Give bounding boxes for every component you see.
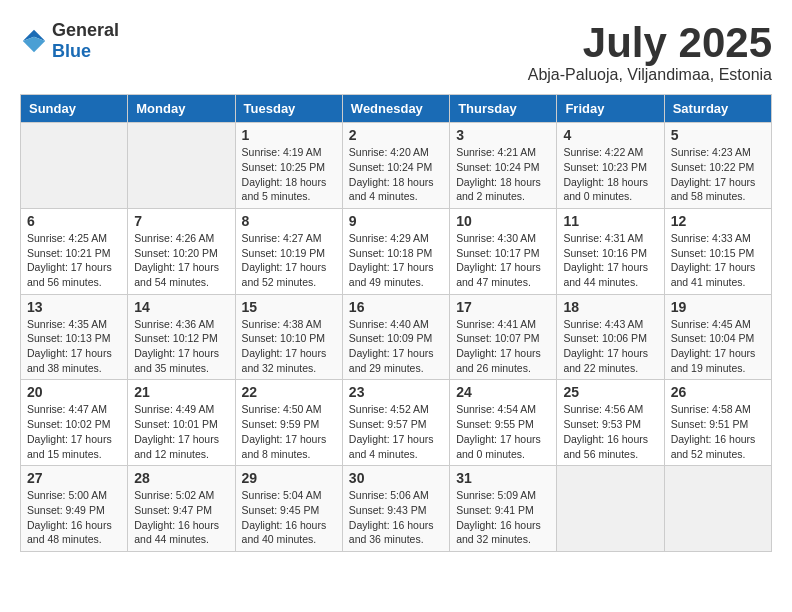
weekday-header: Saturday <box>664 95 771 123</box>
calendar-cell: 23Sunrise: 4:52 AM Sunset: 9:57 PM Dayli… <box>342 380 449 466</box>
day-number: 28 <box>134 470 228 486</box>
day-number: 18 <box>563 299 657 315</box>
calendar-cell: 1Sunrise: 4:19 AM Sunset: 10:25 PM Dayli… <box>235 123 342 209</box>
calendar-cell: 20Sunrise: 4:47 AM Sunset: 10:02 PM Dayl… <box>21 380 128 466</box>
calendar-cell: 15Sunrise: 4:38 AM Sunset: 10:10 PM Dayl… <box>235 294 342 380</box>
day-number: 31 <box>456 470 550 486</box>
day-info: Sunrise: 5:09 AM Sunset: 9:41 PM Dayligh… <box>456 488 550 547</box>
calendar-week-row: 20Sunrise: 4:47 AM Sunset: 10:02 PM Dayl… <box>21 380 772 466</box>
day-number: 1 <box>242 127 336 143</box>
day-info: Sunrise: 4:36 AM Sunset: 10:12 PM Daylig… <box>134 317 228 376</box>
day-info: Sunrise: 4:38 AM Sunset: 10:10 PM Daylig… <box>242 317 336 376</box>
day-info: Sunrise: 4:35 AM Sunset: 10:13 PM Daylig… <box>27 317 121 376</box>
calendar-cell: 26Sunrise: 4:58 AM Sunset: 9:51 PM Dayli… <box>664 380 771 466</box>
day-number: 12 <box>671 213 765 229</box>
day-info: Sunrise: 4:47 AM Sunset: 10:02 PM Daylig… <box>27 402 121 461</box>
day-info: Sunrise: 4:22 AM Sunset: 10:23 PM Daylig… <box>563 145 657 204</box>
calendar-cell: 8Sunrise: 4:27 AM Sunset: 10:19 PM Dayli… <box>235 208 342 294</box>
day-number: 21 <box>134 384 228 400</box>
day-info: Sunrise: 5:06 AM Sunset: 9:43 PM Dayligh… <box>349 488 443 547</box>
calendar-cell: 17Sunrise: 4:41 AM Sunset: 10:07 PM Dayl… <box>450 294 557 380</box>
calendar-week-row: 6Sunrise: 4:25 AM Sunset: 10:21 PM Dayli… <box>21 208 772 294</box>
day-number: 17 <box>456 299 550 315</box>
day-info: Sunrise: 4:41 AM Sunset: 10:07 PM Daylig… <box>456 317 550 376</box>
calendar-cell: 6Sunrise: 4:25 AM Sunset: 10:21 PM Dayli… <box>21 208 128 294</box>
weekday-header: Wednesday <box>342 95 449 123</box>
weekday-header: Monday <box>128 95 235 123</box>
day-number: 13 <box>27 299 121 315</box>
day-number: 8 <box>242 213 336 229</box>
day-info: Sunrise: 4:20 AM Sunset: 10:24 PM Daylig… <box>349 145 443 204</box>
calendar-cell: 7Sunrise: 4:26 AM Sunset: 10:20 PM Dayli… <box>128 208 235 294</box>
calendar-cell: 24Sunrise: 4:54 AM Sunset: 9:55 PM Dayli… <box>450 380 557 466</box>
day-number: 5 <box>671 127 765 143</box>
day-number: 6 <box>27 213 121 229</box>
calendar-cell: 27Sunrise: 5:00 AM Sunset: 9:49 PM Dayli… <box>21 466 128 552</box>
day-number: 23 <box>349 384 443 400</box>
day-number: 10 <box>456 213 550 229</box>
calendar-week-row: 1Sunrise: 4:19 AM Sunset: 10:25 PM Dayli… <box>21 123 772 209</box>
calendar-cell: 2Sunrise: 4:20 AM Sunset: 10:24 PM Dayli… <box>342 123 449 209</box>
calendar-cell: 13Sunrise: 4:35 AM Sunset: 10:13 PM Dayl… <box>21 294 128 380</box>
day-number: 22 <box>242 384 336 400</box>
calendar-cell: 19Sunrise: 4:45 AM Sunset: 10:04 PM Dayl… <box>664 294 771 380</box>
title-block: July 2025 Abja-Paluoja, Viljandimaa, Est… <box>528 20 772 84</box>
day-info: Sunrise: 5:02 AM Sunset: 9:47 PM Dayligh… <box>134 488 228 547</box>
calendar-cell: 9Sunrise: 4:29 AM Sunset: 10:18 PM Dayli… <box>342 208 449 294</box>
calendar-cell: 4Sunrise: 4:22 AM Sunset: 10:23 PM Dayli… <box>557 123 664 209</box>
calendar-cell: 25Sunrise: 4:56 AM Sunset: 9:53 PM Dayli… <box>557 380 664 466</box>
calendar-cell <box>664 466 771 552</box>
day-info: Sunrise: 4:49 AM Sunset: 10:01 PM Daylig… <box>134 402 228 461</box>
day-number: 15 <box>242 299 336 315</box>
day-number: 25 <box>563 384 657 400</box>
day-info: Sunrise: 4:25 AM Sunset: 10:21 PM Daylig… <box>27 231 121 290</box>
weekday-header-row: SundayMondayTuesdayWednesdayThursdayFrid… <box>21 95 772 123</box>
logo-general-text: General <box>52 20 119 41</box>
day-number: 7 <box>134 213 228 229</box>
day-number: 20 <box>27 384 121 400</box>
calendar-cell <box>128 123 235 209</box>
calendar-cell: 28Sunrise: 5:02 AM Sunset: 9:47 PM Dayli… <box>128 466 235 552</box>
day-info: Sunrise: 4:56 AM Sunset: 9:53 PM Dayligh… <box>563 402 657 461</box>
page-header: General Blue July 2025 Abja-Paluoja, Vil… <box>20 20 772 84</box>
day-info: Sunrise: 4:54 AM Sunset: 9:55 PM Dayligh… <box>456 402 550 461</box>
day-number: 2 <box>349 127 443 143</box>
day-info: Sunrise: 4:50 AM Sunset: 9:59 PM Dayligh… <box>242 402 336 461</box>
calendar-cell <box>557 466 664 552</box>
day-info: Sunrise: 4:40 AM Sunset: 10:09 PM Daylig… <box>349 317 443 376</box>
day-info: Sunrise: 4:29 AM Sunset: 10:18 PM Daylig… <box>349 231 443 290</box>
day-info: Sunrise: 4:45 AM Sunset: 10:04 PM Daylig… <box>671 317 765 376</box>
calendar-table: SundayMondayTuesdayWednesdayThursdayFrid… <box>20 94 772 552</box>
day-info: Sunrise: 4:33 AM Sunset: 10:15 PM Daylig… <box>671 231 765 290</box>
day-number: 29 <box>242 470 336 486</box>
day-info: Sunrise: 5:00 AM Sunset: 9:49 PM Dayligh… <box>27 488 121 547</box>
calendar-week-row: 27Sunrise: 5:00 AM Sunset: 9:49 PM Dayli… <box>21 466 772 552</box>
calendar-cell <box>21 123 128 209</box>
day-info: Sunrise: 4:27 AM Sunset: 10:19 PM Daylig… <box>242 231 336 290</box>
calendar-cell: 18Sunrise: 4:43 AM Sunset: 10:06 PM Dayl… <box>557 294 664 380</box>
calendar-cell: 5Sunrise: 4:23 AM Sunset: 10:22 PM Dayli… <box>664 123 771 209</box>
month-title: July 2025 <box>528 20 772 66</box>
day-info: Sunrise: 4:31 AM Sunset: 10:16 PM Daylig… <box>563 231 657 290</box>
day-info: Sunrise: 4:26 AM Sunset: 10:20 PM Daylig… <box>134 231 228 290</box>
calendar-cell: 29Sunrise: 5:04 AM Sunset: 9:45 PM Dayli… <box>235 466 342 552</box>
day-number: 26 <box>671 384 765 400</box>
day-number: 4 <box>563 127 657 143</box>
day-number: 14 <box>134 299 228 315</box>
location: Abja-Paluoja, Viljandimaa, Estonia <box>528 66 772 84</box>
logo-icon <box>20 27 48 55</box>
day-number: 27 <box>27 470 121 486</box>
calendar-cell: 21Sunrise: 4:49 AM Sunset: 10:01 PM Dayl… <box>128 380 235 466</box>
calendar-cell: 11Sunrise: 4:31 AM Sunset: 10:16 PM Dayl… <box>557 208 664 294</box>
day-info: Sunrise: 4:30 AM Sunset: 10:17 PM Daylig… <box>456 231 550 290</box>
day-info: Sunrise: 4:58 AM Sunset: 9:51 PM Dayligh… <box>671 402 765 461</box>
calendar-week-row: 13Sunrise: 4:35 AM Sunset: 10:13 PM Dayl… <box>21 294 772 380</box>
day-number: 24 <box>456 384 550 400</box>
weekday-header: Sunday <box>21 95 128 123</box>
day-number: 3 <box>456 127 550 143</box>
weekday-header: Thursday <box>450 95 557 123</box>
day-info: Sunrise: 4:23 AM Sunset: 10:22 PM Daylig… <box>671 145 765 204</box>
logo-blue-text: Blue <box>52 41 119 62</box>
day-number: 16 <box>349 299 443 315</box>
calendar-cell: 31Sunrise: 5:09 AM Sunset: 9:41 PM Dayli… <box>450 466 557 552</box>
